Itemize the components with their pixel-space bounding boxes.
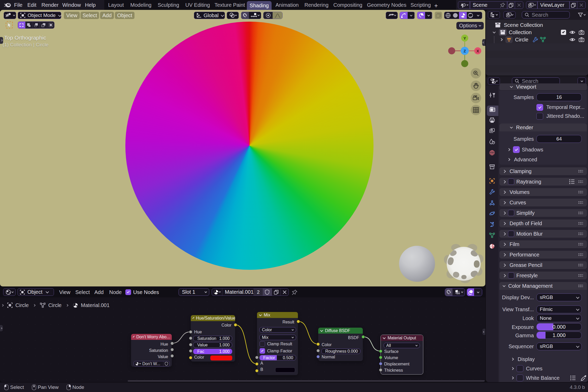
svg-text:X: X [476,49,479,53]
svg-text:Y: Y [463,36,466,40]
svg-text:Z: Z [463,49,466,53]
